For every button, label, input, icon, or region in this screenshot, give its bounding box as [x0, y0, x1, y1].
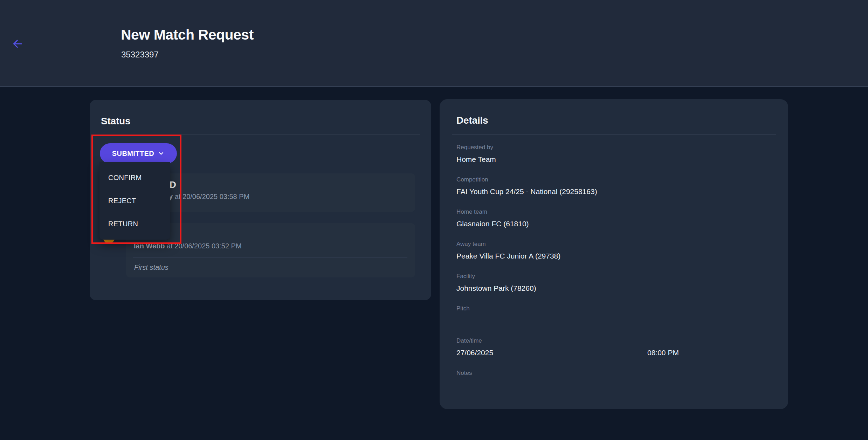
field-requested-by: Requested by Home Team	[456, 144, 771, 164]
field-facility: Facility Johnstown Park (78260)	[456, 273, 771, 293]
arrow-left-icon	[11, 37, 24, 51]
request-id: 35323397	[121, 50, 159, 60]
field-value	[456, 316, 771, 325]
history-byline: Ian Webb at 20/06/2025 03:52 PM	[134, 242, 242, 250]
history-author: Ian Webb	[134, 242, 165, 250]
status-dropdown-label: SUBMITTED	[112, 150, 154, 158]
field-label: Requested by	[456, 144, 771, 151]
field-notes: Notes	[456, 369, 771, 390]
status-dropdown-button[interactable]: SUBMITTED	[100, 143, 177, 164]
details-card-title: Details	[456, 115, 488, 126]
history-entry-divider	[133, 257, 407, 257]
history-status-label: D	[170, 179, 176, 190]
field-label: Date/time	[456, 337, 771, 345]
menu-item-reject[interactable]: REJECT	[99, 193, 170, 208]
page-title: New Match Request	[121, 27, 254, 43]
field-pitch: Pitch	[456, 305, 771, 325]
field-value: FAI Youth Cup 24/25 - National (29258163…	[456, 187, 771, 196]
field-label: Pitch	[456, 305, 771, 312]
field-away-team: Away team Peake Villa FC Junior A (29738…	[456, 240, 771, 261]
status-card-divider	[101, 135, 420, 135]
back-button[interactable]	[10, 36, 25, 52]
field-competition: Competition FAI Youth Cup 24/25 - Nation…	[456, 176, 771, 196]
field-label: Home team	[456, 208, 771, 216]
details-fields: Requested by Home Team Competition FAI Y…	[456, 144, 771, 401]
details-card: Details Requested by Home Team Competiti…	[440, 99, 788, 409]
field-label: Facility	[456, 273, 771, 280]
history-note: First status	[134, 263, 168, 271]
field-value: Home Team	[456, 154, 771, 164]
history-timestamp: at 20/06/2025 03:52 PM	[165, 242, 242, 250]
details-card-divider	[452, 134, 776, 135]
field-value: Glasnaion FC (61810)	[456, 219, 771, 228]
menu-item-return[interactable]: RETURN	[99, 216, 170, 232]
field-value	[456, 380, 771, 390]
status-dropdown-menu: CONFIRM REJECT RETURN	[99, 162, 170, 240]
field-label: Away team	[456, 240, 771, 248]
field-value: Peake Villa FC Junior A (29738)	[456, 251, 771, 261]
history-byline: ey at 20/06/2025 03:58 PM	[165, 193, 249, 201]
history-timestamp: at 20/06/2025 03:58 PM	[173, 193, 249, 200]
chevron-down-icon	[158, 150, 165, 157]
field-label: Competition	[456, 176, 771, 184]
field-value: Johnstown Park (78260)	[456, 283, 771, 293]
page-header: New Match Request 35323397	[0, 0, 868, 87]
field-label: Notes	[456, 369, 771, 377]
menu-item-confirm[interactable]: CONFIRM	[99, 170, 170, 185]
match-request-page: { "colors": { "page_bg": "#0f1828", "hea…	[0, 0, 868, 440]
match-date: 27/06/2025	[456, 349, 493, 357]
field-value: 27/06/2025 08:00 PM	[456, 348, 771, 357]
match-time: 08:00 PM	[647, 348, 679, 357]
field-home-team: Home team Glasnaion FC (61810)	[456, 208, 771, 228]
field-datetime: Date/time 27/06/2025 08:00 PM	[456, 337, 771, 357]
status-card-title: Status	[101, 116, 130, 127]
